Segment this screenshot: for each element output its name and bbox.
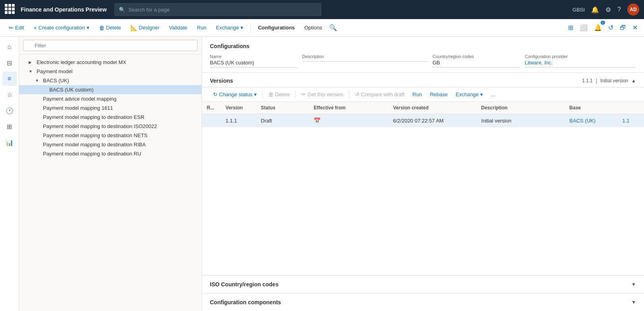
col-header-status[interactable]: Status [256,102,309,114]
trash-icon: 🗑 [268,91,274,97]
sidebar-report-icon[interactable]: 📊 [2,135,17,150]
config-components-title: Configuration components [210,299,631,305]
content-panel: Configurations Name BACS (UK custom) Des… [202,37,644,311]
col-header-version[interactable]: Version [221,102,256,114]
cell-description: Initial version [477,114,565,127]
versions-delete-button[interactable]: 🗑 Delete [265,90,293,99]
iso-section-title: ISO Country/region codes [210,281,631,288]
versions-table-scroll: R... Version Status Effective from Versi… [202,102,644,127]
validate-button[interactable]: Validate [165,23,191,32]
versions-chevron-icon[interactable]: ▲ [631,78,636,84]
avatar[interactable]: AD [627,4,639,16]
config-components-chevron-icon: ▼ [631,299,636,305]
edit-button[interactable]: ✏ Edit [5,23,28,33]
tree-item-bacs-uk[interactable]: ▼ BACS (UK) [19,76,202,85]
rebase-button[interactable]: Rebase [427,90,451,99]
exchange-button[interactable]: Exchange ▾ [212,23,247,32]
versions-toolbar: ↻ Change status ▾ 🗑 Delete ✏ Get this ve… [202,87,644,102]
settings-icon[interactable]: ⚙ [605,6,611,14]
iso-chevron-icon: ▼ [631,282,636,287]
country-value: GB [433,60,520,68]
versions-more-button[interactable]: ... [488,90,499,99]
tree-item-payment-model[interactable]: ▼ Payment model [19,67,202,76]
notification-icon[interactable]: 🔔 [591,6,599,14]
search-icon: 🔍 [119,7,125,13]
cell-r [202,114,221,127]
tree-item-mapping-ru[interactable]: Payment model mapping to destination RU [19,149,202,158]
toolbar: ✏ Edit + Create configuration ▾ 🗑 Delete… [0,19,644,37]
provider-value[interactable]: Litware, Inc. [525,60,636,68]
app-grid-icon[interactable] [5,4,16,15]
toolbar-separator [250,23,251,33]
expand-icon[interactable]: ⬜ [578,22,589,33]
sidebar-filter-icon[interactable]: ⊟ [2,56,17,70]
meta-description: Description [302,54,428,68]
compare-icon: ↺ [355,91,359,97]
search-input[interactable] [128,7,317,13]
run-button[interactable]: Run [193,23,210,32]
create-configuration-button[interactable]: + Create configuration ▾ [29,23,93,33]
tree-filter-input[interactable] [23,40,198,51]
get-this-version-button[interactable]: ✏ Get this version [298,90,346,99]
refresh-icon[interactable]: ↺ [607,22,615,33]
col-header-r: R... [202,102,221,114]
top-bar: Finance and Operations Preview 🔍 GBSI 🔔 … [0,0,644,19]
search-bar[interactable]: 🔍 [114,3,321,16]
col-header-created[interactable]: Version created [388,102,477,114]
chevron-down-icon: ▾ [254,91,257,97]
col-header-effective[interactable]: Effective from [309,102,388,114]
trash-icon: 🗑 [99,25,105,31]
versions-exchange-button[interactable]: Exchange ▾ [452,90,486,99]
compare-with-draft-button[interactable]: ↺ Compare with draft [352,90,408,99]
calendar-icon[interactable]: 📅 [314,117,320,124]
designer-button[interactable]: 📐 Designer [126,23,163,33]
delete-button[interactable]: 🗑 Delete [95,23,125,33]
tree-item-mapping-iso20022[interactable]: Payment model mapping to destination ISO… [19,122,202,131]
tree-item-mapping-1611[interactable]: Payment model mapping 1611 [19,103,202,113]
sidebar-star-icon[interactable]: ☆ [2,87,17,102]
cell-version: 1.1.1 [221,114,256,127]
grid-settings-icon[interactable]: ⊞ [566,22,575,33]
versions-run-button[interactable]: Run [409,90,425,99]
tree-item-payment-advice[interactable]: Payment advice model mapping [19,94,202,103]
iso-section[interactable]: ISO Country/region codes ▼ [202,275,644,293]
tree-item-mapping-riba[interactable]: Payment model mapping to destination RIB… [19,140,202,149]
chevron-down-icon: ▾ [480,91,483,97]
options-tab[interactable]: Options [300,23,326,32]
tree-item-mapping-nets[interactable]: Payment model mapping to destination NET… [19,131,202,140]
name-label: Name [210,54,297,59]
tree-content: ▶ Electronic ledger accounting model MX … [19,54,202,311]
sidebar-icons: ⌂ ⊟ ≡ ☆ 🕐 ⊞ 📊 [0,37,19,311]
tree-panel: 🔍 ▶ Electronic ledger accounting model M… [19,37,202,311]
sidebar-grid-icon[interactable]: ⊞ [2,119,17,134]
sidebar-list-icon[interactable]: ≡ [2,72,17,86]
sidebar-clock-icon[interactable]: 🕐 [2,103,17,118]
search-toolbar-icon[interactable]: 🔍 [329,24,337,31]
col-header-description[interactable]: Description [477,102,565,114]
vtb-separator [262,91,263,99]
change-status-button[interactable]: ↻ Change status ▾ [210,90,260,99]
tree-item-electronic-ledger[interactable]: ▶ Electronic ledger accounting model MX [19,58,202,67]
sidebar-home-icon[interactable]: ⌂ [2,40,17,54]
cell-basever[interactable]: 1.1 [617,114,644,127]
expand-icon: ▼ [29,69,35,74]
content-header: Configurations Name BACS (UK custom) Des… [202,37,644,73]
col-header-base[interactable]: Base [564,102,617,114]
top-bar-right: GBSI 🔔 ⚙ ? AD [572,4,639,16]
tree-filter-area: 🔍 [19,37,202,54]
configurations-tab[interactable]: Configurations [254,23,299,32]
versions-badge-label: Initial version [600,78,628,84]
notification-badge-icon[interactable]: 🔔0 [592,22,603,33]
close-icon[interactable]: ✕ [631,22,639,33]
versions-header: Versions 1.1.1 | Initial version ▲ [202,73,644,87]
table-row[interactable]: 1.1.1 Draft 📅 6/2/2020 07:22:57 AM Initi… [202,114,644,127]
change-status-icon: ↻ [213,91,217,97]
config-components-section[interactable]: Configuration components ▼ [202,293,644,311]
cell-base[interactable]: BACS (UK) [564,114,617,127]
help-icon[interactable]: ? [617,6,621,13]
tree-item-mapping-esr[interactable]: Payment model mapping to destination ESR [19,113,202,122]
tree-item-bacs-uk-custom[interactable]: BACS (UK custom) [19,85,202,94]
edit-icon: ✏ [301,91,306,97]
restore-icon[interactable]: 🗗 [618,23,628,33]
table-header-row: R... Version Status Effective from Versi… [202,102,644,114]
